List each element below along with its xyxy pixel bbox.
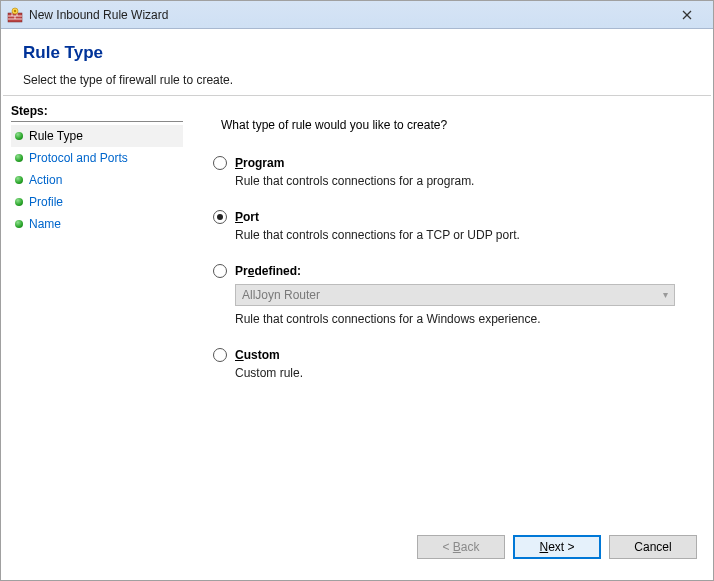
next-button[interactable]: Next > <box>513 535 601 559</box>
step-bullet-icon <box>15 176 23 184</box>
window-title: New Inbound Rule Wizard <box>29 8 667 22</box>
step-rule-type[interactable]: Rule Type <box>11 125 183 147</box>
page-subtitle: Select the type of firewall rule to crea… <box>23 73 691 87</box>
close-button[interactable] <box>667 4 707 26</box>
step-bullet-icon <box>15 132 23 140</box>
wizard-header: Rule Type Select the type of firewall ru… <box>1 29 713 95</box>
option-program-desc: Rule that controls connections for a pro… <box>235 174 685 188</box>
step-label: Action <box>29 173 62 187</box>
option-custom-desc: Custom rule. <box>235 366 685 380</box>
option-program: Program Rule that controls connections f… <box>213 156 685 188</box>
cancel-button[interactable]: Cancel <box>609 535 697 559</box>
step-bullet-icon <box>15 198 23 206</box>
step-label: Protocol and Ports <box>29 151 128 165</box>
rule-type-options: Program Rule that controls connections f… <box>213 156 685 380</box>
option-program-label: Program <box>235 156 284 170</box>
wizard-footer: < Back Next > Cancel <box>1 526 713 580</box>
option-port-desc: Rule that controls connections for a TCP… <box>235 228 685 242</box>
radio-port[interactable] <box>213 210 227 224</box>
option-custom: Custom Custom rule. <box>213 348 685 380</box>
firewall-icon <box>7 7 23 23</box>
svg-point-7 <box>14 9 16 11</box>
step-profile[interactable]: Profile <box>11 191 183 213</box>
chevron-down-icon: ▾ <box>663 289 668 300</box>
predefined-selected-value: AllJoyn Router <box>242 288 320 302</box>
close-icon <box>682 10 692 20</box>
radio-predefined[interactable] <box>213 264 227 278</box>
step-name[interactable]: Name <box>11 213 183 235</box>
option-predefined-label: Predefined: <box>235 264 301 278</box>
page-title: Rule Type <box>23 43 691 63</box>
step-bullet-icon <box>15 220 23 228</box>
titlebar: New Inbound Rule Wizard <box>1 1 713 29</box>
steps-panel: Steps: Rule Type Protocol and Ports Acti… <box>1 96 191 526</box>
option-port: Port Rule that controls connections for … <box>213 210 685 242</box>
question-text: What type of rule would you like to crea… <box>221 118 685 132</box>
step-action[interactable]: Action <box>11 169 183 191</box>
content-panel: What type of rule would you like to crea… <box>191 96 713 526</box>
wizard-body: Steps: Rule Type Protocol and Ports Acti… <box>1 96 713 526</box>
radio-program[interactable] <box>213 156 227 170</box>
step-label: Rule Type <box>29 129 83 143</box>
option-predefined: Predefined: AllJoyn Router ▾ Rule that c… <box>213 264 685 326</box>
step-label: Profile <box>29 195 63 209</box>
step-label: Name <box>29 217 61 231</box>
option-port-label: Port <box>235 210 259 224</box>
back-button: < Back <box>417 535 505 559</box>
option-predefined-desc: Rule that controls connections for a Win… <box>235 312 685 326</box>
wizard-window: New Inbound Rule Wizard Rule Type Select… <box>0 0 714 581</box>
step-bullet-icon <box>15 154 23 162</box>
step-protocol-and-ports[interactable]: Protocol and Ports <box>11 147 183 169</box>
predefined-select: AllJoyn Router ▾ <box>235 284 675 306</box>
radio-custom[interactable] <box>213 348 227 362</box>
steps-heading: Steps: <box>11 102 183 122</box>
option-custom-label: Custom <box>235 348 280 362</box>
